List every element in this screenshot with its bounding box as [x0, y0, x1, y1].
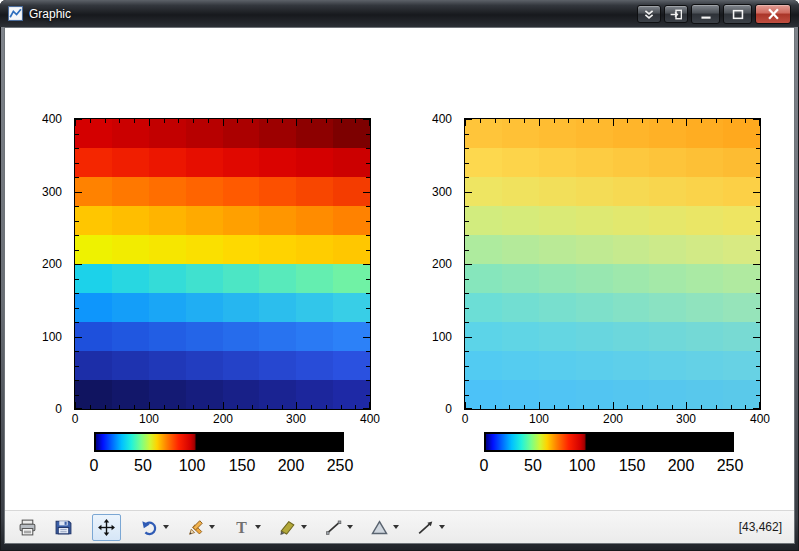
heatmap-cell: [576, 206, 613, 235]
y-tick-label: 200: [432, 256, 452, 272]
arrow-tool-button[interactable]: [411, 514, 450, 541]
graphic-window: Graphic 0100200300400 0100200300400 0501…: [0, 0, 799, 551]
left-colorbar-labels: 050100150200250: [94, 457, 344, 477]
arrow-dropdown-caret[interactable]: [439, 525, 445, 529]
heatmap-cell: [723, 235, 760, 264]
text-dropdown-caret[interactable]: [255, 525, 261, 529]
heatmap-cell: [186, 206, 223, 235]
heatmap-cell: [576, 264, 613, 293]
heatmap-cell: [465, 264, 502, 293]
heatmap-cell: [296, 235, 333, 264]
heatmap-cell: [539, 322, 576, 351]
colorbar-label: 0: [480, 457, 489, 475]
undock-button[interactable]: [664, 5, 688, 23]
y-tick-label: 100: [42, 329, 62, 345]
heatmap-cell: [75, 264, 112, 293]
heatmap-cell: [333, 293, 370, 322]
heatmap-cell: [259, 264, 296, 293]
heatmap-cell: [465, 148, 502, 177]
toolbar: T [43,462]: [5, 510, 794, 543]
pan-tool-button[interactable]: [92, 514, 121, 541]
heatmap-cell: [613, 177, 650, 206]
heatmap-cell: [649, 235, 686, 264]
heatmap-cell: [149, 177, 186, 206]
heatmap-cell: [333, 235, 370, 264]
left-heatmap-plot[interactable]: 0100200300400 0100200300400 050100150200…: [74, 118, 371, 498]
x-tick-label: 300: [286, 412, 306, 426]
heatmap-cell: [613, 264, 650, 293]
y-tick-label: 200: [42, 256, 62, 272]
heatmap-cell: [465, 119, 502, 148]
x-tick-label: 100: [529, 412, 549, 426]
heatmap-cell: [686, 177, 723, 206]
heatmap-cell: [465, 206, 502, 235]
line-tool-button[interactable]: [319, 514, 358, 541]
heatmap-cell: [149, 235, 186, 264]
heatmap-cell: [686, 293, 723, 322]
highlight-tool-button[interactable]: [273, 514, 312, 541]
heatmap-cell: [296, 119, 333, 148]
heatmap-cell: [75, 322, 112, 351]
heatmap-cell: [576, 322, 613, 351]
graphics-canvas[interactable]: 0100200300400 0100200300400 050100150200…: [5, 28, 794, 510]
right-heatmap-plot[interactable]: 0100200300400 0100200300400 050100150200…: [464, 118, 761, 498]
save-tool-button[interactable]: [49, 514, 78, 541]
undock-icon: [670, 9, 682, 20]
undo-tool-button[interactable]: [135, 514, 174, 541]
heatmap-cell: [686, 119, 723, 148]
heatmap-cell: [75, 206, 112, 235]
heatmap-cell: [296, 322, 333, 351]
collapse-button[interactable]: [637, 5, 661, 23]
heatmap-cell: [613, 235, 650, 264]
heatmap-cell: [649, 206, 686, 235]
heatmap-cell: [539, 235, 576, 264]
right-colorbar-gradient: [484, 432, 734, 452]
close-button[interactable]: [755, 4, 791, 24]
save-icon: [54, 518, 73, 537]
line-dropdown-caret[interactable]: [347, 525, 353, 529]
heatmap-cell: [649, 119, 686, 148]
heatmap-cell: [149, 264, 186, 293]
left-colorbar: 050100150200250: [94, 432, 344, 478]
maximize-button[interactable]: [723, 4, 752, 24]
colorbar-label: 200: [278, 457, 305, 475]
annotate-dropdown-caret[interactable]: [209, 525, 215, 529]
heatmap-cell: [75, 235, 112, 264]
heatmap-cell: [186, 264, 223, 293]
right-heatmap-image[interactable]: [464, 118, 761, 410]
minimize-button[interactable]: [691, 4, 720, 24]
arrow-icon: [416, 518, 435, 537]
heatmap-cell: [186, 148, 223, 177]
colorbar-label: 100: [569, 457, 596, 475]
left-heatmap-image[interactable]: [74, 118, 371, 410]
heatmap-cell: [186, 235, 223, 264]
colorbar-label: 250: [327, 457, 354, 475]
undo-dropdown-caret[interactable]: [163, 525, 169, 529]
heatmap-cell: [723, 264, 760, 293]
shape-tool-button[interactable]: [365, 514, 404, 541]
heatmap-cell: [465, 293, 502, 322]
heatmap-cell: [539, 380, 576, 409]
text-icon: T: [232, 518, 251, 537]
x-tick-label: 300: [676, 412, 696, 426]
highlight-dropdown-caret[interactable]: [301, 525, 307, 529]
heatmap-cell: [223, 148, 260, 177]
annotate-tool-button[interactable]: [181, 514, 220, 541]
heatmap-cell: [223, 177, 260, 206]
heatmap-cell: [502, 380, 539, 409]
print-tool-button[interactable]: [13, 514, 42, 541]
heatmap-cell: [112, 235, 149, 264]
pencil-icon: [186, 518, 205, 537]
heatmap-cell: [259, 351, 296, 380]
text-tool-button[interactable]: T: [227, 514, 266, 541]
shape-dropdown-caret[interactable]: [393, 525, 399, 529]
cursor-coordinates: [43,462]: [739, 520, 786, 534]
y-tick-label: 300: [42, 184, 62, 200]
heatmap-cell: [465, 177, 502, 206]
heatmap-cell: [223, 235, 260, 264]
heatmap-cell: [539, 206, 576, 235]
heatmap-cell: [576, 293, 613, 322]
line-icon: [324, 518, 343, 537]
heatmap-cell: [186, 119, 223, 148]
titlebar[interactable]: Graphic: [0, 0, 799, 27]
